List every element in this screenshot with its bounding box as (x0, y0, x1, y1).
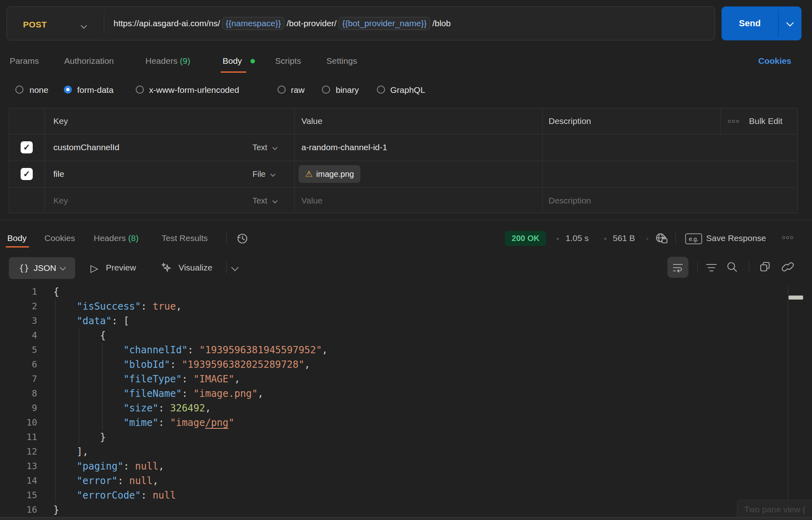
method-chevron-icon[interactable] (82, 22, 86, 29)
visualize-button[interactable]: Visualize (179, 262, 212, 273)
chevron-down-icon (272, 145, 278, 150)
preview-button[interactable]: Preview (106, 262, 136, 273)
globe-lock-icon[interactable] (654, 232, 669, 245)
radio-form-data[interactable] (64, 86, 72, 94)
column-header-key: Key (53, 116, 68, 126)
cookies-link[interactable]: Cookies (758, 56, 791, 66)
radio-binary-label[interactable]: binary (336, 85, 359, 95)
value-cell[interactable]: a-random-channel-id-1 (301, 142, 387, 153)
url-input[interactable]: https://api.asgard-ai.com/ns/{{namespace… (114, 17, 451, 30)
body-unsaved-dot-icon (250, 59, 255, 63)
search-icon[interactable] (726, 261, 738, 273)
response-tab-cookies[interactable]: Cookies (44, 233, 75, 243)
url-variable-namespace[interactable]: {{namespace}} (222, 17, 285, 30)
copy-icon[interactable] (759, 261, 771, 273)
response-tab-test-results[interactable]: Test Results (162, 233, 208, 243)
code-line: 11 } (0, 430, 812, 445)
radio-none[interactable] (15, 86, 23, 94)
line-number: 1 (11, 285, 37, 299)
divider (749, 262, 749, 273)
radio-form-data-label[interactable]: form-data (77, 85, 114, 95)
code-line: 13 "paging": null, (0, 459, 812, 474)
code-line: 9 "size": 326492, (0, 401, 812, 415)
key-cell-placeholder[interactable]: Key (53, 195, 68, 206)
divider (9, 187, 797, 188)
warning-icon: ⚠ (305, 169, 313, 179)
scrollbar-thumb[interactable] (789, 296, 803, 300)
response-size: 561 B (613, 233, 635, 243)
radio-raw-label[interactable]: raw (291, 85, 305, 95)
line-number: 14 (11, 474, 37, 488)
radio-binary[interactable] (322, 86, 330, 94)
key-cell[interactable]: customChannelId (53, 142, 119, 153)
description-cell-placeholder[interactable]: Description (549, 195, 591, 206)
filter-icon[interactable] (705, 262, 718, 274)
pane-divider[interactable] (0, 220, 812, 220)
format-select[interactable]: {} JSON (9, 257, 75, 279)
line-number: 5 (11, 343, 37, 357)
response-more-options-icon[interactable] (782, 236, 793, 239)
divider (226, 233, 227, 243)
active-tab-underline (221, 71, 246, 73)
code-line: 3 "data": [ (0, 314, 812, 328)
response-tab-headers[interactable]: Headers (8) (94, 233, 139, 243)
save-response-button[interactable]: Save Response (706, 233, 766, 243)
app-root: POST https://api.asgard-ai.com/ns/{{name… (0, 0, 812, 520)
code-line: 12 ], (0, 445, 812, 459)
wrap-text-button[interactable] (667, 257, 688, 278)
column-header-value: Value (301, 116, 322, 126)
type-select[interactable]: Text (252, 143, 277, 152)
tab-settings[interactable]: Settings (326, 56, 357, 66)
chevron-down-icon (786, 19, 793, 26)
tab-authorization[interactable]: Authorization (64, 56, 114, 66)
response-tab-body[interactable]: Body (7, 233, 27, 243)
radio-graphql[interactable] (377, 86, 385, 94)
dot-separator (557, 238, 559, 240)
tab-body[interactable]: Body (223, 56, 242, 66)
radio-urlencoded[interactable] (136, 86, 144, 94)
line-number: 3 (11, 314, 37, 328)
bulk-edit-button[interactable]: Bulk Edit (749, 116, 783, 126)
key-cell[interactable]: file (53, 169, 64, 179)
example-icon: e.g. (685, 233, 702, 244)
braces-icon: {} (19, 263, 29, 273)
url-segment: https://api.asgard-ai.com/ns/ (114, 19, 220, 28)
send-button[interactable]: Send (722, 6, 778, 40)
check-icon: ✓ (23, 143, 30, 152)
bulk-edit-icon[interactable] (728, 120, 739, 123)
line-number: 10 (11, 415, 37, 430)
method-select[interactable]: POST (23, 20, 47, 29)
tab-params[interactable]: Params (10, 56, 39, 66)
url-variable-bot-provider-name[interactable]: {{bot_provider_name}} (339, 17, 430, 30)
response-headers-count: (8) (128, 233, 139, 243)
row-checkbox[interactable]: ✓ (21, 141, 33, 153)
row-checkbox[interactable]: ✓ (21, 168, 33, 180)
tooltip-text: Two pane view ( (744, 505, 806, 514)
response-body-viewer: 1{2 "isSuccess": true,3 "data": [4 {5 "c… (0, 285, 812, 517)
line-number: 9 (11, 401, 37, 415)
tab-headers[interactable]: Headers (9) (145, 56, 190, 66)
link-icon[interactable] (782, 261, 794, 273)
history-icon[interactable] (236, 232, 249, 245)
divider (675, 233, 676, 244)
code-line: 15 "errorCode": null (0, 488, 812, 503)
divider (104, 13, 104, 34)
send-options-button[interactable] (778, 6, 801, 40)
viewer-more-chevron-icon[interactable] (232, 264, 238, 272)
code-line: 1{ (0, 285, 812, 299)
radio-graphql-label[interactable]: GraphQL (390, 85, 425, 95)
value-cell-placeholder[interactable]: Value (301, 195, 322, 206)
tab-scripts[interactable]: Scripts (275, 56, 301, 66)
radio-raw[interactable] (278, 86, 286, 94)
radio-urlencoded-label[interactable]: x-www-form-urlencoded (149, 85, 239, 95)
file-chip[interactable]: ⚠ image.png (299, 165, 360, 183)
url-bar: POST https://api.asgard-ai.com/ns/{{name… (6, 6, 715, 40)
type-select[interactable]: Text (252, 196, 277, 205)
divider (720, 108, 721, 134)
line-number: 8 (11, 386, 37, 401)
line-number: 2 (11, 299, 37, 314)
response-time: 1.05 s (566, 233, 589, 243)
url-segment: /bot-provider/ (286, 19, 337, 28)
type-select[interactable]: File (252, 170, 275, 179)
radio-none-label[interactable]: none (29, 85, 48, 95)
